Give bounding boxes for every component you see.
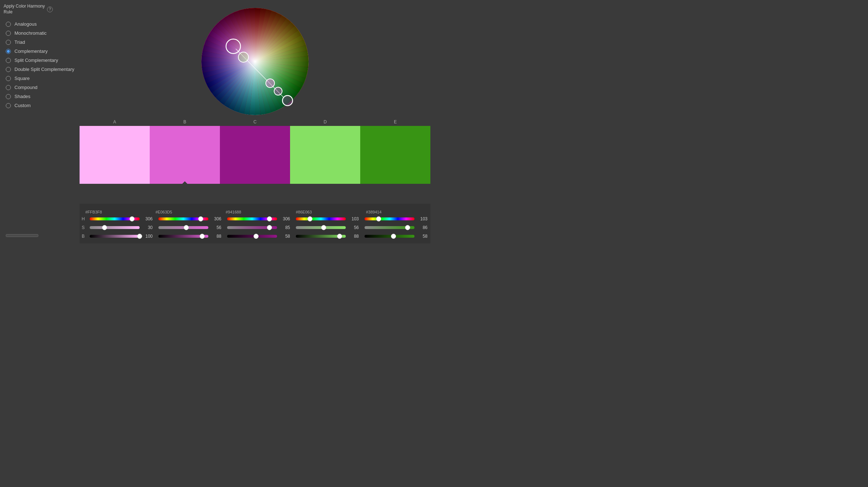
b-slider-track-wrap-0	[90, 234, 140, 239]
radio-label-shades: Shades	[14, 94, 30, 99]
b-slider-track-4[interactable]	[365, 235, 414, 238]
radio-item-monochromatic[interactable]: Monochromatic	[4, 29, 80, 37]
h-slider-thumb-4[interactable]	[376, 216, 381, 221]
panel-title: Apply Color HarmonyRule ?	[4, 4, 80, 15]
radio-circle-complementary	[6, 49, 11, 54]
h-slider-thumb-3[interactable]	[307, 216, 312, 221]
h-slider-track-wrap-4	[365, 216, 414, 221]
b-slider-thumb-3[interactable]	[337, 234, 342, 239]
radio-item-compound[interactable]: Compound	[4, 83, 80, 92]
sliders-area: #FFB3F8#E063D5#941688#86E063#389414 H 30…	[80, 204, 430, 244]
h-slider-cell-2: 306	[224, 216, 293, 221]
s-slider-thumb-4[interactable]	[405, 225, 410, 230]
b-label: B	[80, 234, 87, 239]
h-slider-track-4[interactable]	[365, 217, 414, 220]
b-slider-thumb-0[interactable]	[137, 234, 142, 239]
swatch-a[interactable]	[80, 126, 150, 184]
radio-circle-double-split-complementary	[6, 67, 11, 72]
b-slider-thumb-1[interactable]	[200, 234, 205, 239]
s-slider-track-wrap-3	[296, 225, 346, 230]
s-slider-thumb-2[interactable]	[267, 225, 272, 230]
s-slider-cell-1: 56	[156, 225, 224, 230]
radio-item-split-complementary[interactable]: Split Complementary	[4, 56, 80, 64]
s-slider-track-wrap-1	[158, 225, 208, 230]
s-slider-track-4[interactable]	[365, 226, 414, 229]
h-slider-thumb-0[interactable]	[129, 216, 135, 221]
harmony-options-list: AnalogousMonochromaticTriadComplementary…	[4, 20, 80, 110]
h-slider-track-1[interactable]	[158, 217, 208, 220]
radio-label-split-complementary: Split Complementary	[14, 58, 58, 63]
radio-item-triad[interactable]: Triad	[4, 38, 80, 46]
radio-label-analogous: Analogous	[14, 21, 37, 27]
swatch-label-e: E	[360, 119, 430, 124]
h-slider-value-1: 306	[210, 216, 221, 221]
swatch-label-c: C	[220, 119, 290, 124]
h-slider-track-3[interactable]	[296, 217, 346, 220]
radio-item-double-split-complementary[interactable]: Double Split Complementary	[4, 65, 80, 73]
b-slider-track-1[interactable]	[158, 235, 208, 238]
swatch-b[interactable]	[150, 126, 220, 184]
s-slider-track-wrap-0	[90, 225, 140, 230]
s-slider-track-2[interactable]	[227, 226, 277, 229]
s-sliders-row: S 3056855686	[80, 223, 430, 232]
s-slider-track-wrap-4	[365, 225, 414, 230]
h-slider-thumb-1[interactable]	[198, 216, 203, 221]
h-slider-track-0[interactable]	[90, 217, 140, 220]
h-slider-cell-0: 306	[87, 216, 156, 221]
swatch-labels: ABCDE	[80, 119, 430, 126]
s-slider-thumb-1[interactable]	[184, 225, 189, 230]
h-slider-track-2[interactable]	[227, 217, 277, 220]
b-slider-value-4: 58	[417, 234, 427, 239]
help-icon[interactable]: ?	[47, 7, 53, 12]
b-slider-thumb-2[interactable]	[254, 234, 259, 239]
b-slider-track-3[interactable]	[296, 235, 346, 238]
s-slider-thumb-0[interactable]	[102, 225, 107, 230]
s-slider-value-3: 56	[348, 225, 359, 230]
h-slider-track-wrap-0	[90, 216, 140, 221]
radio-item-custom[interactable]: Custom	[4, 101, 80, 110]
s-slider-group: 3056855686	[87, 225, 430, 230]
swatch-label-b: B	[150, 119, 220, 124]
radio-item-shades[interactable]: Shades	[4, 92, 80, 101]
s-slider-cell-3: 56	[293, 225, 362, 230]
radio-label-custom: Custom	[14, 103, 31, 108]
color-mode-section	[4, 230, 80, 240]
s-slider-track-1[interactable]	[158, 226, 208, 229]
swatch-label-a: A	[80, 119, 150, 124]
swatch-e[interactable]	[360, 126, 430, 184]
radio-item-square[interactable]: Square	[4, 74, 80, 82]
radio-circle-split-complementary	[6, 58, 11, 63]
s-label: S	[80, 225, 87, 230]
b-slider-track-2[interactable]	[227, 235, 277, 238]
b-slider-track-0[interactable]	[90, 235, 140, 238]
b-slider-cell-2: 58	[224, 234, 293, 239]
s-slider-track-0[interactable]	[90, 226, 140, 229]
radio-circle-square	[6, 76, 11, 81]
b-slider-thumb-4[interactable]	[391, 234, 396, 239]
h-slider-value-3: 103	[348, 216, 359, 221]
radio-circle-compound	[6, 85, 11, 90]
radio-label-compound: Compound	[14, 85, 38, 90]
svg-point-7	[238, 52, 248, 62]
swatch-d[interactable]	[290, 126, 360, 184]
b-slider-value-1: 88	[210, 234, 221, 239]
swatches-area: ABCDE	[80, 119, 430, 204]
s-slider-value-2: 85	[279, 225, 290, 230]
b-slider-group: 10088588858	[87, 234, 430, 239]
svg-point-10	[282, 96, 293, 106]
color-wheel[interactable]	[201, 7, 309, 116]
s-slider-thumb-3[interactable]	[321, 225, 326, 230]
h-label: H	[80, 216, 87, 221]
b-sliders-row: B 10088588858	[80, 232, 430, 241]
h-slider-thumb-2[interactable]	[267, 216, 272, 221]
radio-circle-triad	[6, 40, 11, 45]
radio-item-analogous[interactable]: Analogous	[4, 20, 80, 28]
hex-row: #FFB3F8#E063D5#941688#86E063#389414	[80, 207, 430, 215]
radio-circle-custom	[6, 103, 11, 108]
swatch-c[interactable]	[220, 126, 290, 184]
radio-item-complementary[interactable]: Complementary	[4, 47, 80, 55]
color-mode-select[interactable]	[6, 234, 38, 237]
s-slider-track-3[interactable]	[296, 226, 346, 229]
swatch-active-indicator	[182, 181, 188, 184]
svg-point-9	[274, 87, 282, 95]
